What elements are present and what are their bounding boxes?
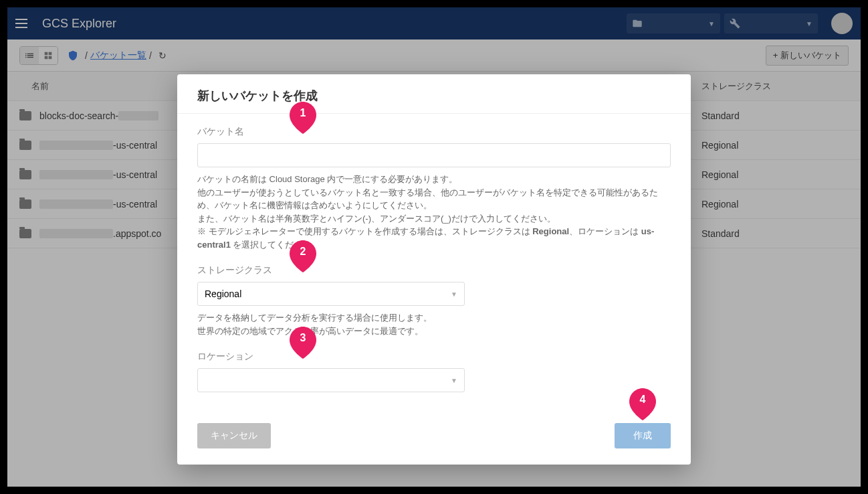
chevron-down-icon: ▼ (451, 377, 457, 384)
modal-header: 新しいバケットを作成 (177, 74, 691, 114)
bucket-name-input[interactable] (197, 143, 671, 167)
location-section: ロケーション ▼ 3 (197, 351, 671, 392)
location-label: ロケーション (197, 351, 671, 363)
create-bucket-modal: 新しいバケットを作成 バケット名 バケットの名前は Cloud Storage … (177, 74, 691, 465)
help-text: バケットの名前は Cloud Storage 内で一意にする必要があります。 他… (197, 173, 671, 251)
create-button[interactable]: 作成 (615, 423, 671, 448)
storage-class-label: ストレージクラス (197, 264, 671, 276)
modal-footer: キャンセル 作成 4 (177, 412, 691, 465)
storage-class-select[interactable]: Regional ▼ (197, 282, 465, 306)
chevron-down-icon: ▼ (451, 291, 457, 298)
cancel-button[interactable]: キャンセル (197, 423, 271, 448)
select-value: Regional (205, 289, 451, 299)
location-select[interactable]: ▼ (197, 368, 465, 392)
storage-class-section: ストレージクラス Regional ▼ データを格納してデータ分析を実行する場合… (197, 264, 671, 337)
bucket-name-section: バケット名 バケットの名前は Cloud Storage 内で一意にする必要があ… (197, 126, 671, 251)
help-text: データを格納してデータ分析を実行する場合に使用します。 世界の特定の地域でアクセ… (197, 311, 671, 337)
bucket-name-label: バケット名 (197, 126, 671, 138)
modal-title: 新しいバケットを作成 (197, 88, 671, 104)
